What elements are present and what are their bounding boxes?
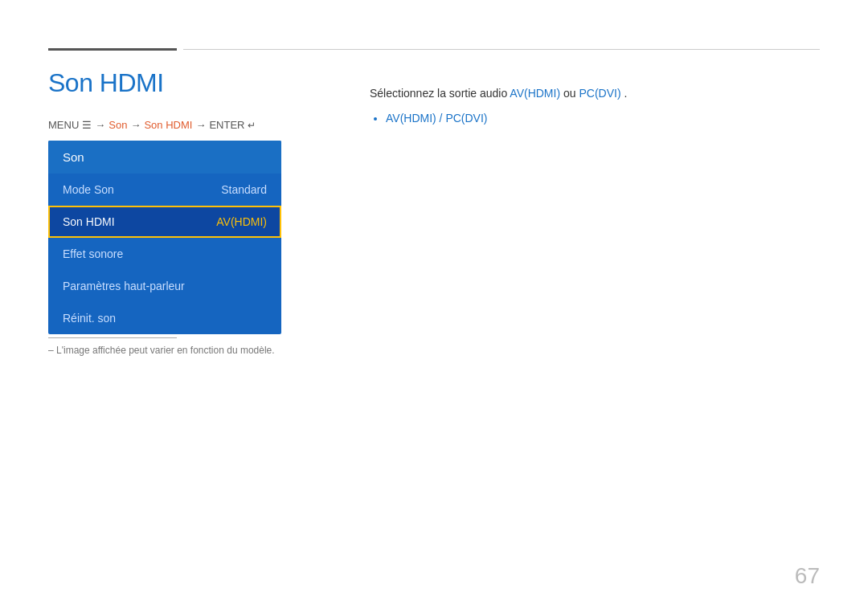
menu-item-label: Son HDMI xyxy=(63,215,115,228)
bullet-item: AV(HDMI) / PC(DVI) xyxy=(386,108,820,129)
breadcrumb-arrow3: → xyxy=(195,119,206,131)
page-container: Son HDMI MENU ☰ → Son → Son HDMI → ENTER… xyxy=(0,0,868,613)
description-area: Sélectionnez la sortie audio AV(HDMI) ou… xyxy=(370,84,820,129)
breadcrumb-arrow1: → xyxy=(95,119,105,131)
menu-item-value: Standard xyxy=(221,183,267,196)
top-rule xyxy=(48,48,820,51)
menu-item-label: Paramètres haut-parleur xyxy=(63,280,185,292)
menu-item-label: Réinit. son xyxy=(63,312,116,325)
menu-item-mode-son[interactable]: Mode Son Standard xyxy=(48,174,281,206)
footnote-rule xyxy=(48,337,177,338)
top-rule-dark xyxy=(48,48,177,51)
breadcrumb-item1: Son xyxy=(108,119,127,131)
breadcrumb-enter: ENTER xyxy=(209,119,244,131)
title-prefix: Son xyxy=(48,68,92,97)
breadcrumb: MENU ☰ → Son → Son HDMI → ENTER ↵ xyxy=(48,119,256,131)
description-end: . xyxy=(624,87,627,100)
menu-panel-header: Son xyxy=(48,141,281,174)
menu-item-value: AV(HDMI) xyxy=(216,215,267,228)
description-highlight1: AV(HDMI) xyxy=(510,87,560,100)
description-middle: ou xyxy=(563,87,579,100)
footnote-text: – L'image affichée peut varier en foncti… xyxy=(48,345,275,356)
menu-item-parametres[interactable]: Paramètres haut-parleur xyxy=(48,270,281,302)
menu-item-effet-sonore[interactable]: Effet sonore xyxy=(48,238,281,270)
menu-item-son-hdmi[interactable]: Son HDMI AV(HDMI) xyxy=(48,206,281,238)
breadcrumb-arrow2: → xyxy=(130,119,141,131)
page-title: Son HDMI xyxy=(48,68,164,98)
menu-panel: Son Mode Son Standard Son HDMI AV(HDMI) … xyxy=(48,141,281,334)
enter-icon: ↵ xyxy=(248,120,256,131)
page-number: 67 xyxy=(795,563,820,589)
description-highlight2: PC(DVI) xyxy=(579,87,620,100)
menu-item-label: Effet sonore xyxy=(63,247,123,260)
footnote-area: – L'image affichée peut varier en foncti… xyxy=(48,337,275,356)
breadcrumb-menu-icon: ☰ xyxy=(82,119,92,131)
description-before: Sélectionnez la sortie audio xyxy=(370,87,510,100)
menu-item-reinit[interactable]: Réinit. son xyxy=(48,302,281,334)
breadcrumb-item2: Son HDMI xyxy=(144,119,192,131)
top-rule-light xyxy=(183,49,820,50)
description-text: Sélectionnez la sortie audio AV(HDMI) ou… xyxy=(370,84,820,102)
bullet-list: AV(HDMI) / PC(DVI) xyxy=(370,108,820,129)
title-suffix: HDMI xyxy=(100,68,164,97)
breadcrumb-menu: MENU xyxy=(48,119,79,131)
menu-item-label: Mode Son xyxy=(63,183,114,196)
